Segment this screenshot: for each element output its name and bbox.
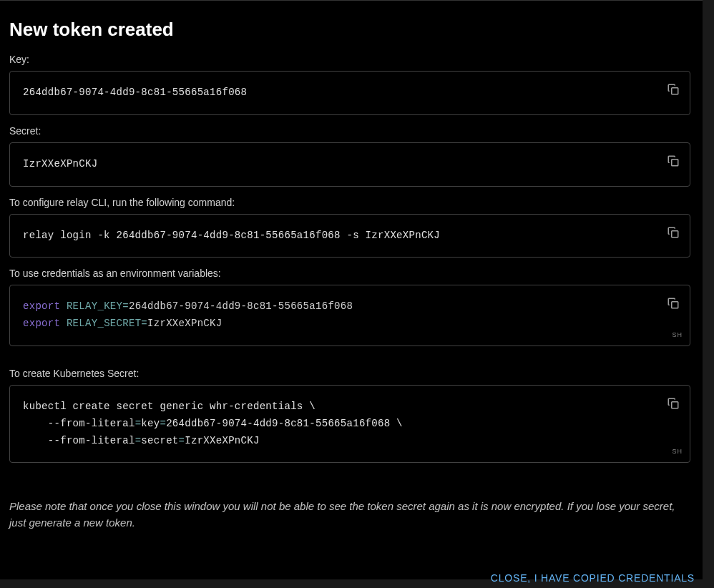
copy-icon	[667, 297, 680, 310]
copy-icon	[667, 155, 680, 167]
copy-icon	[667, 397, 680, 410]
k8s-line-3: --from-literal=secret=IzrXXeXPnCKJ	[23, 433, 655, 450]
copy-key-button[interactable]	[664, 80, 683, 101]
cli-label: To configure relay CLI, run the followin…	[9, 197, 703, 208]
env-secret-val: IzrXXeXPnCKJ	[147, 318, 222, 329]
key-code-block: 264ddb67-9074-4dd9-8c81-55665a16f068	[9, 71, 690, 115]
equals-sign: =	[122, 300, 129, 312]
secret-code-block: IzrXXeXPnCKJ	[9, 142, 690, 187]
export-keyword: export	[23, 318, 60, 329]
copy-secret-button[interactable]	[664, 152, 683, 172]
close-modal-button[interactable]: CLOSE, I HAVE COPIED CREDENTIALS	[489, 567, 696, 588]
equals-sign: =	[160, 418, 166, 429]
key-value: 264ddb67-9074-4dd9-8c81-55665a16f068	[23, 87, 247, 98]
k8s-l2-prefix: --from-literal	[23, 418, 135, 429]
k8s-label: To create Kubernetes Secret:	[9, 368, 703, 379]
k8s-line-1: kubectl create secret generic whr-creden…	[23, 398, 655, 416]
encryption-note: Please note that once you close this win…	[9, 499, 690, 531]
k8s-l3-val: IzrXXeXPnCKJ	[185, 435, 259, 446]
copy-env-button[interactable]	[664, 294, 683, 315]
k8s-l3-prefix: --from-literal	[23, 435, 135, 446]
k8s-l2-val: 264ddb67-9074-4dd9-8c81-55665a16f068 \	[166, 418, 403, 429]
env-key-var: RELAY_KEY	[67, 300, 122, 312]
new-token-modal: New token created Key: 264ddb67-9074-4dd…	[0, 0, 703, 579]
copy-icon	[667, 83, 680, 96]
svg-rect-2	[672, 230, 678, 237]
export-keyword: export	[23, 300, 60, 312]
env-key-val: 264ddb67-9074-4dd9-8c81-55665a16f068	[129, 300, 353, 312]
equals-sign: =	[179, 435, 185, 446]
copy-k8s-button[interactable]	[664, 394, 683, 415]
modal-title: New token created	[9, 19, 703, 41]
lang-badge-sh: SH	[672, 331, 683, 338]
env-code-block: export RELAY_KEY=264ddb67-9074-4dd9-8c81…	[9, 285, 690, 346]
cli-code-block: relay login -k 264ddb67-9074-4dd9-8c81-5…	[9, 214, 690, 258]
equals-sign: =	[141, 318, 147, 329]
env-line-1: export RELAY_KEY=264ddb67-9074-4dd9-8c81…	[23, 298, 655, 315]
svg-rect-0	[672, 88, 678, 94]
modal-content: New token created Key: 264ddb67-9074-4dd…	[9, 10, 703, 588]
k8s-code-block: kubectl create secret generic whr-creden…	[9, 385, 690, 463]
k8s-l3-key: secret	[141, 435, 178, 446]
svg-rect-4	[672, 402, 678, 408]
env-secret-var: RELAY_SECRET	[67, 318, 141, 329]
env-label: To use credentials as an environment var…	[9, 268, 703, 279]
copy-icon	[667, 226, 680, 239]
secret-label: Secret:	[9, 125, 703, 137]
svg-rect-3	[672, 302, 678, 308]
lang-badge-sh: SH	[672, 448, 683, 455]
k8s-line-2: --from-literal=key=264ddb67-9074-4dd9-8c…	[23, 416, 655, 433]
secret-value: IzrXXeXPnCKJ	[23, 158, 97, 170]
key-label: Key:	[9, 54, 703, 65]
modal-footer: CLOSE, I HAVE COPIED CREDENTIALS	[9, 567, 696, 588]
k8s-l2-key: key	[141, 418, 160, 429]
env-line-2: export RELAY_SECRET=IzrXXeXPnCKJ	[23, 315, 655, 333]
copy-cli-button[interactable]	[664, 223, 683, 244]
cli-command: relay login -k 264ddb67-9074-4dd9-8c81-5…	[23, 230, 440, 241]
svg-rect-1	[672, 160, 678, 166]
